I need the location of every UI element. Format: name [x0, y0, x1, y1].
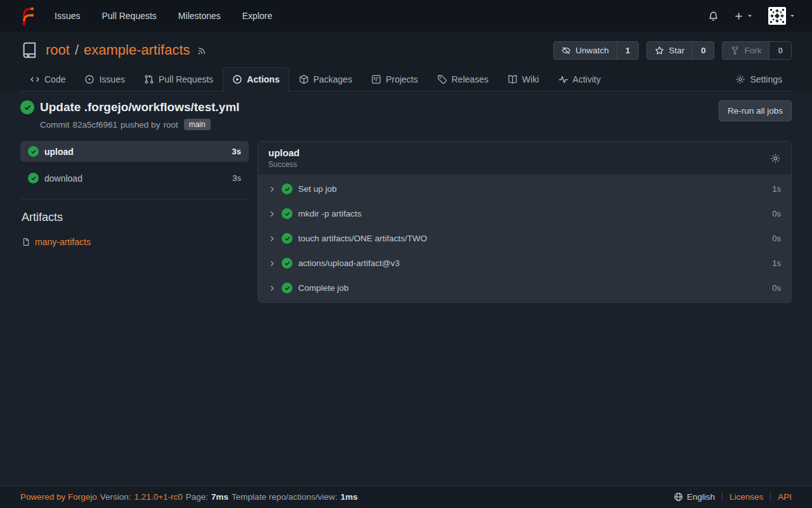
- star-icon: [655, 46, 664, 55]
- chevron-right-icon[interactable]: [268, 284, 276, 292]
- star-button-group: Star 0: [646, 41, 714, 60]
- success-check-icon: [282, 258, 292, 269]
- pulse-icon: [558, 74, 568, 84]
- tab-label: Releases: [452, 74, 488, 84]
- step-name: actions/upload-artifact@v3: [298, 258, 766, 268]
- powered-by-link[interactable]: Powered by Forgejo: [20, 492, 97, 502]
- tab-issues[interactable]: Issues: [75, 67, 134, 91]
- chevron-right-icon[interactable]: [268, 185, 276, 193]
- step-duration: 1s: [772, 184, 781, 194]
- licenses-link[interactable]: Licenses: [722, 492, 770, 502]
- step-row-upload-artifact[interactable]: actions/upload-artifact@v3 1s: [258, 251, 791, 276]
- nav-link-explore[interactable]: Explore: [242, 11, 272, 21]
- job-item-upload[interactable]: upload 3s: [20, 141, 249, 162]
- tab-label: Code: [44, 74, 65, 84]
- run-commit-info: Commit 82a5cf6961 pushed by root main: [40, 119, 240, 130]
- job-duration: 3s: [232, 173, 241, 183]
- job-detail-header: upload Success: [258, 142, 791, 175]
- gear-icon[interactable]: [770, 153, 781, 164]
- star-button[interactable]: Star: [647, 42, 692, 59]
- tab-label: Settings: [750, 74, 782, 84]
- chevron-right-icon[interactable]: [268, 210, 276, 218]
- language-selector[interactable]: English: [667, 492, 722, 502]
- tab-label: Issues: [99, 74, 124, 84]
- tab-label: Pull Requests: [159, 74, 213, 84]
- tab-activity[interactable]: Activity: [549, 67, 610, 91]
- issue-icon: [84, 74, 95, 84]
- fork-button[interactable]: Fork: [723, 42, 769, 59]
- package-icon: [299, 74, 309, 84]
- book-icon: [508, 74, 518, 84]
- version-label: Version:: [100, 492, 131, 502]
- run-success-check-icon: [20, 100, 34, 114]
- page-footer: Powered by Forgejo Version: 1.21.0+1-rc0…: [0, 485, 812, 508]
- licenses-label[interactable]: Licenses: [730, 492, 763, 502]
- create-new-menu[interactable]: [734, 11, 753, 21]
- step-duration: 0s: [772, 209, 781, 218]
- navbar-right: [708, 7, 796, 25]
- step-row-touch[interactable]: touch artifacts/ONE artifacts/TWO 0s: [258, 226, 791, 251]
- repo-name-link[interactable]: example-artifacts: [84, 42, 190, 58]
- tab-settings[interactable]: Settings: [726, 67, 792, 91]
- watchers-count[interactable]: 1: [617, 42, 639, 59]
- repository-icon: [20, 41, 39, 60]
- job-status-text: Success: [268, 160, 299, 169]
- stars-count[interactable]: 0: [692, 42, 714, 59]
- tab-pull-requests[interactable]: Pull Requests: [134, 67, 223, 91]
- repo-owner-link[interactable]: root: [46, 42, 70, 58]
- success-check-icon: [282, 283, 292, 293]
- tab-code[interactable]: Code: [20, 67, 75, 91]
- chevron-right-icon[interactable]: [268, 260, 276, 267]
- rerun-all-jobs-button[interactable]: Re-run all jobs: [719, 100, 792, 121]
- tab-label: Actions: [247, 74, 279, 84]
- commit-author-link[interactable]: root: [163, 120, 178, 130]
- pushed-by-label: pushed by: [121, 120, 160, 130]
- forgejo-logo-icon[interactable]: [16, 5, 38, 27]
- step-duration: 1s: [772, 258, 781, 268]
- nav-link-pull-requests[interactable]: Pull Requests: [102, 11, 156, 21]
- unwatch-button[interactable]: Unwatch: [554, 42, 617, 59]
- api-link[interactable]: API: [770, 492, 792, 502]
- branch-badge[interactable]: main: [184, 119, 211, 130]
- tab-packages[interactable]: Packages: [289, 67, 362, 91]
- job-item-download[interactable]: download 3s: [20, 168, 249, 189]
- user-avatar[interactable]: [768, 7, 786, 25]
- repo-action-buttons: Unwatch 1 Star 0: [553, 41, 792, 60]
- unwatch-label: Unwatch: [575, 46, 609, 55]
- step-name: Set up job: [298, 184, 766, 194]
- step-row-complete[interactable]: Complete job 0s: [258, 276, 791, 300]
- user-menu[interactable]: [768, 7, 796, 25]
- tab-projects[interactable]: Projects: [362, 67, 428, 91]
- tab-wiki[interactable]: Wiki: [498, 67, 548, 91]
- notifications-bell-icon[interactable]: [708, 11, 719, 22]
- api-label[interactable]: API: [778, 492, 792, 502]
- step-row-setup[interactable]: Set up job 1s: [258, 177, 791, 201]
- tools-icon: [735, 74, 745, 84]
- success-check-icon: [28, 146, 39, 157]
- fork-label: Fork: [744, 46, 761, 55]
- sidebar-divider: [20, 199, 249, 199]
- eye-slash-icon: [561, 46, 571, 55]
- step-duration: 0s: [772, 283, 781, 293]
- commit-hash-link[interactable]: 82a5cf6961: [73, 120, 118, 130]
- artifact-download-link[interactable]: many-artifacts: [35, 237, 91, 247]
- forks-count[interactable]: 0: [769, 42, 791, 59]
- rss-icon[interactable]: [197, 45, 207, 56]
- tab-actions[interactable]: Actions: [223, 67, 289, 91]
- nav-link-issues[interactable]: Issues: [55, 11, 80, 21]
- chevron-right-icon[interactable]: [268, 235, 276, 243]
- page-time-value: 7ms: [211, 492, 228, 502]
- actions-run-view: Update .forgejo/workflows/test.yml Commi…: [0, 91, 812, 485]
- tab-label: Wiki: [522, 74, 539, 84]
- artifacts-heading: Artifacts: [22, 211, 249, 224]
- tab-label: Projects: [386, 74, 418, 84]
- success-check-icon: [282, 208, 292, 219]
- job-detail-panel: upload Success Set up job 1s mkdir -p: [258, 141, 792, 303]
- job-name: upload: [44, 147, 226, 157]
- version-link[interactable]: 1.21.0+1-rc0: [134, 492, 183, 502]
- tab-releases[interactable]: Releases: [428, 67, 498, 91]
- nav-link-milestones[interactable]: Milestones: [178, 11, 221, 21]
- success-check-icon: [282, 233, 292, 244]
- repo-header: root / example-artifacts Unwatch 1: [0, 32, 812, 91]
- step-row-mkdir[interactable]: mkdir -p artifacts 0s: [258, 201, 791, 226]
